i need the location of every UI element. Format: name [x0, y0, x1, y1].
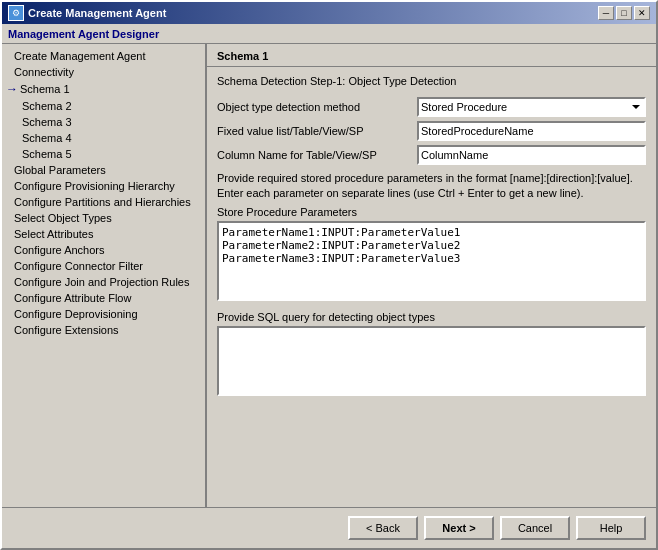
object-type-select[interactable]: Stored Procedure Table View Custom SQL Q… — [417, 97, 646, 117]
fixed-value-label: Fixed value list/Table/View/SP — [217, 125, 417, 137]
title-bar-left: ⚙ Create Management Agent — [8, 5, 166, 21]
minimize-button[interactable]: ─ — [598, 6, 614, 20]
section-title: Schema Detection Step-1: Object Type Det… — [217, 75, 646, 87]
sidebar-item-global-params[interactable]: Global Parameters — [2, 162, 205, 178]
column-name-control — [417, 145, 646, 165]
store-proc-label: Store Procedure Parameters — [217, 206, 646, 218]
sidebar-item-select-attributes[interactable]: Select Attributes — [2, 226, 205, 242]
sub-header-label: Management Agent Designer — [8, 28, 159, 40]
sql-query-label: Provide SQL query for detecting object t… — [217, 311, 646, 323]
fixed-value-control — [417, 121, 646, 141]
content-header: Schema 1 — [207, 44, 656, 67]
content-title: Schema 1 — [217, 50, 268, 62]
scroll-area[interactable]: Schema Detection Step-1: Object Type Det… — [207, 67, 656, 507]
sidebar-item-configure-deprov[interactable]: Configure Deprovisioning — [2, 306, 205, 322]
sidebar-item-configure-join[interactable]: Configure Join and Projection Rules — [2, 274, 205, 290]
sidebar-item-schema3[interactable]: Schema 3 — [2, 114, 205, 130]
sidebar-item-select-object-types[interactable]: Select Object Types — [2, 210, 205, 226]
parameters-textarea[interactable]: ParameterName1:INPUT:ParameterValue1 Par… — [217, 221, 646, 301]
object-type-row: Object type detection method Stored Proc… — [217, 97, 646, 117]
help-button[interactable]: Help — [576, 516, 646, 540]
footer: < Back Next > Cancel Help — [2, 507, 656, 548]
object-type-label: Object type detection method — [217, 101, 417, 113]
sidebar-item-schema5[interactable]: Schema 5 — [2, 146, 205, 162]
sidebar-item-configure-partitions[interactable]: Configure Partitions and Hierarchies — [2, 194, 205, 210]
sidebar-item-schema4[interactable]: Schema 4 — [2, 130, 205, 146]
fixed-value-input[interactable] — [417, 121, 646, 141]
window-icon: ⚙ — [8, 5, 24, 21]
fixed-value-row: Fixed value list/Table/View/SP — [217, 121, 646, 141]
sidebar-item-configure-attr-flow[interactable]: Configure Attribute Flow — [2, 290, 205, 306]
sub-header: Management Agent Designer — [2, 24, 656, 44]
sidebar-item-connectivity[interactable]: Connectivity — [2, 64, 205, 80]
sidebar-item-configure-connector[interactable]: Configure Connector Filter — [2, 258, 205, 274]
sidebar-item-configure-anchors[interactable]: Configure Anchors — [2, 242, 205, 258]
column-name-row: Column Name for Table/View/SP — [217, 145, 646, 165]
cancel-button[interactable]: Cancel — [500, 516, 570, 540]
window-title: Create Management Agent — [28, 7, 166, 19]
main-area: Create Management Agent Connectivity Sch… — [2, 44, 656, 507]
sidebar-item-schema2[interactable]: Schema 2 — [2, 98, 205, 114]
sidebar-section: Create Management Agent Connectivity Sch… — [2, 44, 205, 342]
column-name-input[interactable] — [417, 145, 646, 165]
close-button[interactable]: ✕ — [634, 6, 650, 20]
sidebar-item-configure-ext[interactable]: Configure Extensions — [2, 322, 205, 338]
title-buttons: ─ □ ✕ — [598, 6, 650, 20]
sidebar-item-schema1[interactable]: Schema 1 — [2, 80, 205, 98]
sidebar-item-create-ma[interactable]: Create Management Agent — [2, 48, 205, 64]
main-window: ⚙ Create Management Agent ─ □ ✕ Manageme… — [0, 0, 658, 550]
maximize-button[interactable]: □ — [616, 6, 632, 20]
content-panel: Schema 1 Schema Detection Step-1: Object… — [207, 44, 656, 507]
sql-query-textarea[interactable] — [217, 326, 646, 396]
sidebar: Create Management Agent Connectivity Sch… — [2, 44, 207, 507]
sidebar-item-configure-provisioning[interactable]: Configure Provisioning Hierarchy — [2, 178, 205, 194]
window-body: Management Agent Designer Create Managem… — [2, 24, 656, 507]
title-bar: ⚙ Create Management Agent ─ □ ✕ — [2, 2, 656, 24]
object-type-control: Stored Procedure Table View Custom SQL Q… — [417, 97, 646, 117]
back-button[interactable]: < Back — [348, 516, 418, 540]
description-text: Provide required stored procedure parame… — [217, 171, 646, 202]
column-name-label: Column Name for Table/View/SP — [217, 149, 417, 161]
next-button[interactable]: Next > — [424, 516, 494, 540]
